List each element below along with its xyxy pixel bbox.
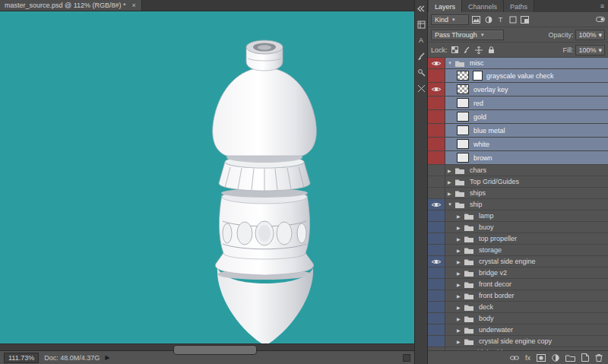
layer-row[interactable]: ▶ front border (428, 290, 608, 302)
expand-toggle-icon[interactable]: ▶ (457, 236, 464, 242)
layer-row-body[interactable]: ▶ chars (445, 165, 608, 176)
layer-row[interactable]: ▶ body (428, 313, 608, 324)
layer-row[interactable]: ▶ Top Grid/Guides (428, 176, 608, 188)
lock-all-icon[interactable] (486, 45, 496, 55)
layer-name[interactable]: brown (473, 154, 492, 162)
layer-name[interactable]: ship (470, 201, 483, 208)
visibility-toggle[interactable] (428, 58, 445, 68)
layer-row-body[interactable]: overlay key (445, 83, 608, 96)
layer-row[interactable]: ▶ lamp (428, 210, 608, 222)
pixel-filter-icon[interactable] (471, 14, 481, 24)
zoom-level-field[interactable]: 111.73% (4, 353, 39, 363)
layer-row[interactable]: white (428, 138, 608, 151)
layer-row[interactable]: ▶ storage (428, 245, 608, 256)
layer-row-body[interactable]: ▶ underwater (445, 324, 608, 335)
layer-name[interactable]: red (473, 100, 483, 107)
layer-name[interactable]: white (473, 141, 489, 148)
layer-name[interactable]: buoy (479, 223, 494, 231)
layer-thumbnail[interactable] (457, 98, 469, 108)
visibility-toggle[interactable] (428, 165, 445, 176)
expand-toggle-icon[interactable]: ▶ (457, 225, 464, 230)
filter-kind-select[interactable]: Kind ▾ (431, 14, 469, 25)
visibility-toggle[interactable] (428, 245, 445, 255)
document-tab[interactable]: master_source.psd @ 112% (RGB/8#) * × (0, 0, 142, 11)
canvas[interactable] (0, 11, 414, 343)
add-layer-mask-icon[interactable] (537, 354, 546, 362)
visibility-toggle[interactable] (428, 222, 445, 233)
layer-name[interactable]: top propeller (479, 235, 517, 242)
layer-row[interactable]: gold (428, 110, 608, 124)
expand-toggle-icon[interactable]: ▶ (457, 339, 464, 344)
expand-toggle-icon[interactable]: ▶ (457, 316, 464, 321)
layer-row-body[interactable]: ▶ front decor (445, 279, 608, 290)
layer-name[interactable]: front decor (479, 280, 511, 288)
opacity-value[interactable]: 100% ▾ (575, 30, 605, 40)
layer-row[interactable]: ▶ front decor (428, 279, 608, 290)
layer-row-body[interactable]: red (445, 97, 608, 109)
tab-paths[interactable]: Paths (504, 0, 534, 12)
canvas-artwork[interactable] (0, 11, 414, 343)
layer-thumbnail[interactable] (457, 125, 469, 135)
layer-name[interactable]: grayscale value check (486, 72, 554, 80)
layer-row[interactable]: grayscale value check (428, 69, 608, 83)
expand-toggle-icon[interactable]: ▶ (448, 168, 454, 173)
visibility-toggle[interactable] (428, 233, 445, 244)
layer-row-body[interactable]: brown (445, 151, 608, 164)
layer-row[interactable]: ▶ top propeller (428, 233, 608, 245)
horizontal-scrollbar[interactable] (0, 343, 414, 350)
character-panel-icon[interactable]: A (416, 36, 426, 45)
layer-row[interactable]: brown (428, 151, 608, 165)
layer-name[interactable]: overlay key (473, 86, 508, 93)
layer-row[interactable]: ▶ ships (428, 188, 608, 199)
close-icon[interactable]: × (132, 2, 136, 9)
layer-row-body[interactable]: white (445, 138, 608, 150)
expand-toggle-icon[interactable]: ▶ (457, 293, 464, 299)
delete-layer-icon[interactable] (595, 353, 603, 362)
layer-thumbnail[interactable] (457, 139, 469, 149)
layer-name[interactable]: chars (470, 166, 486, 174)
brush-panel-icon[interactable] (416, 52, 426, 61)
swatches-panel-icon[interactable] (416, 20, 426, 29)
expand-toggle-icon[interactable]: ▼ (448, 61, 454, 65)
layer-row-body[interactable]: ▶ lamp (445, 210, 608, 221)
layer-style-icon[interactable]: fx (525, 354, 530, 362)
layer-row-body[interactable]: ▶ crystal side engine (445, 256, 608, 267)
new-adjustment-layer-icon[interactable] (552, 354, 559, 362)
expand-toggle-icon[interactable]: ▶ (457, 214, 464, 219)
tool-presets-panel-icon[interactable] (416, 68, 426, 77)
visibility-toggle[interactable] (428, 267, 445, 278)
blend-mode-select[interactable]: Pass Through ▾ (431, 30, 504, 40)
layer-thumbnail[interactable] (457, 112, 469, 122)
layer-row-body[interactable]: ▼ ship (445, 199, 608, 210)
visibility-toggle[interactable] (428, 124, 445, 137)
layer-row[interactable]: ▶ crystal side engine copy (428, 336, 608, 347)
shape-filter-icon[interactable] (508, 14, 518, 24)
layer-row-body[interactable]: ▶ top propeller (445, 233, 608, 244)
new-layer-icon[interactable] (581, 353, 589, 362)
expand-toggle-icon[interactable]: ▶ (457, 305, 464, 310)
horizontal-scrollbar-thumb[interactable] (173, 345, 257, 355)
type-filter-icon[interactable]: T (496, 14, 505, 24)
layer-row-body[interactable]: ▶ Top Grid/Guides (445, 176, 608, 187)
lock-pixels-icon[interactable] (462, 45, 472, 55)
lock-position-icon[interactable] (474, 45, 484, 55)
layer-name[interactable]: underwater (479, 326, 513, 334)
layer-row-body[interactable]: ▶ deck (445, 302, 608, 312)
layer-name[interactable]: body (479, 315, 494, 322)
layer-thumbnail[interactable] (457, 71, 469, 81)
layer-row[interactable]: ▶ underwater (428, 324, 608, 336)
expand-toggle-icon[interactable]: ▶ (457, 259, 464, 264)
collapse-panels-icon[interactable] (416, 4, 426, 13)
layer-row-body[interactable]: ▶ bridge v2 (445, 267, 608, 278)
visibility-toggle[interactable] (428, 138, 445, 150)
layer-row-body[interactable]: ▼ misc (445, 58, 608, 68)
layer-name[interactable]: ships (470, 189, 486, 197)
layer-row[interactable]: ▶ crystal side engine (428, 256, 608, 267)
visibility-toggle[interactable] (428, 83, 445, 96)
layer-row-body[interactable]: ▶ front border (445, 290, 608, 301)
layer-name[interactable]: front border (479, 292, 515, 299)
layer-row[interactable]: ▶ buoy (428, 222, 608, 233)
expand-toggle-icon[interactable]: ▶ (457, 271, 464, 276)
layer-name[interactable]: misc (470, 59, 484, 67)
layer-thumbnail[interactable] (457, 84, 469, 94)
